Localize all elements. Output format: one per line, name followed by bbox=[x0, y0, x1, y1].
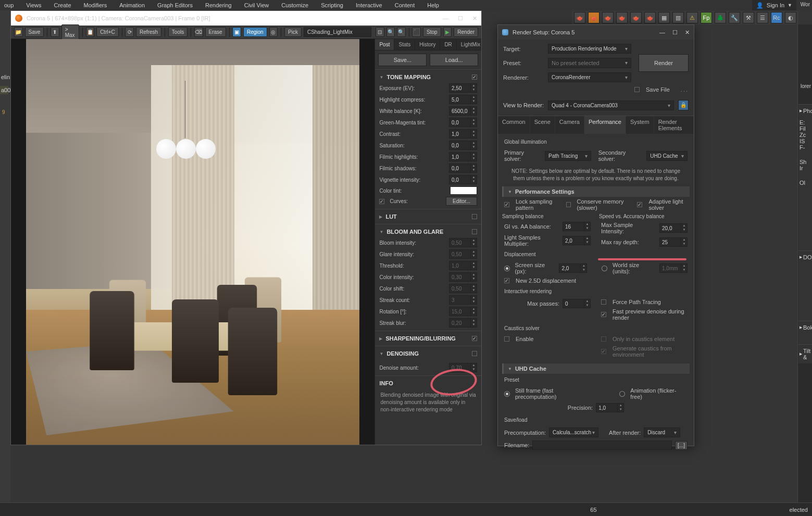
fp-button[interactable]: Fp bbox=[701, 12, 712, 23]
adaptive-light-checkbox[interactable] bbox=[637, 202, 642, 207]
close-button[interactable]: ✕ bbox=[472, 15, 477, 22]
curves-checkbox[interactable] bbox=[379, 199, 384, 204]
rs-close[interactable]: ✕ bbox=[685, 29, 690, 36]
extra-icon[interactable]: ◐ bbox=[785, 12, 796, 23]
tab-history[interactable]: History bbox=[415, 39, 440, 50]
new25d-checkbox[interactable] bbox=[504, 278, 509, 283]
lut-header[interactable]: ▶LUT bbox=[375, 211, 481, 222]
caustics-enable-checkbox[interactable] bbox=[504, 336, 509, 342]
lock-icon[interactable]: 🔒 bbox=[678, 100, 689, 110]
menu-grapheditors[interactable]: Graph Editors bbox=[157, 2, 193, 8]
sharpen-toggle[interactable] bbox=[472, 336, 477, 341]
shading-input[interactable] bbox=[304, 27, 371, 37]
menu-help[interactable]: Help bbox=[427, 2, 439, 8]
teapot-icon-6[interactable]: 🫖 bbox=[644, 12, 656, 23]
refresh-button[interactable]: Refresh bbox=[136, 27, 161, 37]
menu-content[interactable]: Content bbox=[395, 2, 415, 8]
rotation-input[interactable]: ▲▼ bbox=[449, 307, 477, 316]
menu-rendering[interactable]: Rendering bbox=[205, 2, 232, 8]
tree-icon[interactable]: 🌲 bbox=[715, 12, 726, 23]
dock-boke[interactable]: ▶Boke bbox=[798, 321, 812, 334]
tab-dr[interactable]: DR bbox=[440, 39, 456, 50]
maxsamp-input[interactable]: ▲▼ bbox=[659, 223, 688, 233]
window-titlebar[interactable]: Corona 5 | 674×898px (1:1) | Camera: Cor… bbox=[11, 11, 481, 26]
filename-browse-button[interactable]: [...] bbox=[675, 441, 688, 450]
teapot-icon-4[interactable]: 🫖 bbox=[616, 12, 628, 23]
erase-button[interactable]: Erase bbox=[205, 27, 226, 37]
main-menubar[interactable]: oup Views Create Modifiers Animation Gra… bbox=[0, 0, 812, 10]
worldunits-input[interactable]: ▲▼ bbox=[659, 263, 688, 273]
rs-tab-common[interactable]: Common bbox=[498, 116, 530, 134]
color-shift-input[interactable]: ▲▼ bbox=[449, 284, 477, 293]
dock-dof[interactable]: ▶DOF bbox=[798, 250, 812, 263]
menu-customize[interactable]: Customize bbox=[281, 2, 308, 8]
lut-toggle[interactable] bbox=[472, 214, 477, 219]
grid-icon[interactable]: ▦ bbox=[658, 12, 670, 23]
menu-group[interactable]: oup bbox=[4, 2, 14, 8]
secondary-solver-select[interactable]: UHD Cache bbox=[646, 151, 688, 161]
tools-button[interactable]: Tools bbox=[168, 27, 188, 37]
highlight-input[interactable]: ▲▼ bbox=[449, 95, 477, 104]
menu-views[interactable]: Views bbox=[26, 2, 41, 8]
menu-modifiers[interactable]: Modifiers bbox=[84, 2, 107, 8]
tab-lightmix[interactable]: LightMix bbox=[457, 39, 481, 50]
maximize-button[interactable]: ☐ bbox=[458, 15, 463, 22]
whitebalance-input[interactable]: ▲▼ bbox=[449, 106, 477, 116]
maxpasses-input[interactable]: ▲▼ bbox=[563, 299, 591, 308]
rs-tab-system[interactable]: System bbox=[626, 116, 654, 134]
post-load-button[interactable]: Load... bbox=[430, 54, 478, 66]
afterrender-select[interactable]: Discard bbox=[644, 427, 680, 437]
rs-tab-scene[interactable]: Scene bbox=[530, 116, 555, 134]
screenpx-radio[interactable] bbox=[504, 266, 510, 271]
zoom-fit-icon[interactable]: ⊡ bbox=[376, 27, 384, 37]
streak-blur-input[interactable]: ▲▼ bbox=[449, 318, 477, 328]
renderer-select[interactable]: CoronaRenderer bbox=[548, 72, 631, 82]
exposure-input[interactable]: ▲▼ bbox=[449, 83, 477, 93]
rs-minimize[interactable]: — bbox=[659, 29, 665, 36]
filmic-highlights-input[interactable]: ▲▼ bbox=[449, 152, 477, 161]
tab-post[interactable]: Post bbox=[375, 39, 394, 50]
zoom-out-icon[interactable]: 🔍 bbox=[397, 27, 406, 37]
menu-civilview[interactable]: Civil View bbox=[244, 2, 269, 8]
render-button[interactable]: Render bbox=[454, 27, 478, 37]
greentint-input[interactable]: ▲▼ bbox=[449, 118, 477, 127]
color-intensity-input[interactable]: ▲▼ bbox=[449, 272, 477, 282]
refresh-icon[interactable]: ⟳ bbox=[125, 27, 134, 37]
forcepath-checkbox[interactable] bbox=[601, 299, 606, 305]
list-icon[interactable]: ☰ bbox=[757, 12, 768, 23]
region-icon[interactable]: ▣ bbox=[232, 27, 241, 37]
vignette-input[interactable]: ▲▼ bbox=[449, 175, 477, 184]
tools-icon[interactable]: ⚒ bbox=[743, 12, 754, 23]
colortint-swatch[interactable] bbox=[450, 186, 477, 195]
sharpen-header[interactable]: ▶SHARPENING/BLURRING bbox=[375, 333, 481, 344]
bloom-header[interactable]: ▼BLOOM AND GLARE bbox=[375, 226, 481, 237]
stop-icon[interactable]: ⬛ bbox=[412, 27, 421, 37]
screenpx-input[interactable]: ▲▼ bbox=[559, 263, 587, 273]
filmic-shadows-input[interactable]: ▲▼ bbox=[449, 163, 477, 173]
menu-interactive[interactable]: Interactive bbox=[356, 2, 382, 8]
tab-stats[interactable]: Stats bbox=[394, 39, 415, 50]
tomax-button[interactable]: > Max bbox=[61, 24, 79, 40]
lightmult-input[interactable]: ▲▼ bbox=[563, 236, 591, 245]
warning-icon[interactable]: ⚠ bbox=[686, 12, 698, 23]
savefile-checkbox[interactable] bbox=[634, 87, 640, 92]
pick-button[interactable]: Pick bbox=[284, 27, 302, 37]
worldunits-radio[interactable] bbox=[602, 266, 607, 271]
stop-button[interactable]: Stop bbox=[423, 27, 441, 37]
curves-editor-button[interactable]: Editor... bbox=[446, 197, 477, 206]
menu-scripting[interactable]: Scripting bbox=[321, 2, 343, 8]
lock-sampling-checkbox[interactable] bbox=[504, 202, 509, 207]
rs-tab-elements[interactable]: Render Elements bbox=[654, 116, 694, 134]
primary-solver-select[interactable]: Path Tracing bbox=[545, 151, 591, 161]
erase-icon[interactable]: ⌫ bbox=[194, 27, 203, 37]
region-button[interactable]: Region bbox=[243, 27, 267, 37]
rs-tab-performance[interactable]: Performance bbox=[584, 116, 626, 134]
dock-tilt[interactable]: ▶Tilt & bbox=[798, 344, 812, 363]
open-icon[interactable]: 📁 bbox=[14, 27, 23, 37]
tonemapping-toggle[interactable] bbox=[472, 74, 477, 80]
panel-icon[interactable]: ▥ bbox=[672, 12, 684, 23]
max-icon[interactable]: ⬆ bbox=[51, 27, 59, 37]
denoise-header[interactable]: ▼DENOISING bbox=[375, 348, 481, 359]
teapot-icon-1[interactable]: 🫖 bbox=[574, 12, 585, 23]
zoom-in-icon[interactable]: 🔍 bbox=[386, 27, 395, 37]
